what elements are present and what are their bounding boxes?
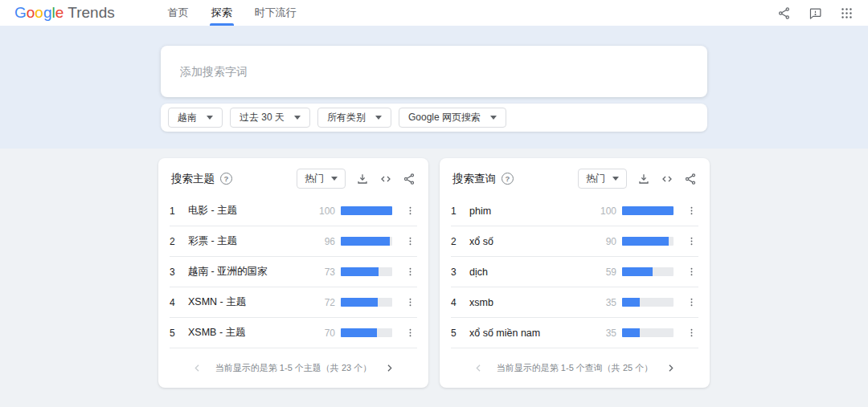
sort-dropdown-value: 热门 [305, 172, 324, 185]
list-item[interactable]: 2xổ số90 [451, 226, 698, 257]
apps-icon[interactable] [840, 6, 854, 20]
row-label: 电影 - 主题 [188, 204, 314, 218]
row-label: xổ số [469, 236, 596, 247]
card-header: 搜索查询 ? 热门 [451, 158, 698, 196]
share-icon[interactable] [684, 173, 697, 185]
filter-chip[interactable]: Google 网页搜索 [399, 108, 506, 128]
row-rank: 3 [170, 267, 179, 278]
pagination-status: 当前显示的是第 1-5 个主题（共 23 个） [215, 362, 371, 374]
value-bar [622, 206, 674, 215]
list-item[interactable]: 4XSMN - 主题72 [170, 287, 417, 318]
row-value: 90 [596, 236, 616, 247]
value-bar [622, 267, 674, 276]
row-value: 35 [596, 297, 616, 308]
value-bar [622, 328, 674, 337]
embed-icon[interactable] [379, 173, 392, 185]
share-icon[interactable] [777, 6, 791, 20]
logo-letter: o [35, 4, 43, 21]
filter-chip-label: 过去 30 天 [240, 111, 285, 124]
list-item[interactable]: 4xsmb35 [451, 287, 698, 318]
value-bar [341, 206, 392, 215]
download-icon[interactable] [356, 173, 369, 185]
chevron-down-icon [207, 116, 213, 120]
download-icon[interactable] [637, 173, 650, 185]
more-options-icon[interactable] [684, 236, 698, 246]
related-queries-card: 搜索查询 ? 热门 [440, 158, 710, 388]
logo-letter: G [14, 4, 27, 21]
list-item[interactable]: 1电影 - 主题100 [170, 196, 417, 226]
more-options-icon[interactable] [684, 267, 698, 277]
chevron-down-icon [331, 177, 338, 181]
row-label: XSMN - 主题 [188, 295, 314, 309]
share-icon[interactable] [403, 173, 416, 185]
list-item[interactable]: 5xổ số miền nam35 [451, 318, 698, 348]
filter-chip-label: 所有类别 [327, 111, 366, 124]
value-bar [341, 328, 392, 337]
value-bar [341, 298, 392, 307]
row-label: dịch [469, 267, 596, 278]
list-item[interactable]: 3dịch59 [451, 257, 698, 287]
more-options-icon[interactable] [684, 328, 698, 338]
filter-chip-label: Google 网页搜索 [408, 111, 481, 124]
google-trends-page: Google Trends 首页探索时下流行 [0, 0, 868, 407]
row-label: xsmb [469, 297, 596, 308]
more-options-icon[interactable] [403, 297, 417, 307]
row-label: phim [469, 206, 596, 217]
more-options-icon[interactable] [403, 206, 417, 216]
chevron-right-icon[interactable] [665, 362, 677, 374]
row-value: 100 [314, 206, 335, 217]
top-app-bar: Google Trends 首页探索时下流行 [0, 0, 868, 26]
main-navigation: 首页探索时下流行 [157, 0, 308, 26]
list-item[interactable]: 2彩票 - 主题96 [170, 226, 417, 257]
more-options-icon[interactable] [403, 267, 417, 277]
value-bar [622, 298, 674, 307]
list-item[interactable]: 5XSMB - 主题70 [170, 318, 417, 348]
row-label: xổ số miền nam [469, 328, 596, 339]
nav-item-active[interactable]: 探索 [200, 0, 244, 26]
list-item[interactable]: 3越南 - 亚洲的国家73 [170, 257, 417, 287]
help-icon[interactable]: ? [502, 173, 514, 185]
row-rank: 1 [170, 206, 179, 217]
value-bar-fill [622, 267, 653, 276]
row-rank: 2 [170, 236, 179, 247]
chevron-left-icon[interactable] [191, 362, 203, 374]
nav-item-link[interactable]: 首页 [157, 0, 200, 26]
trends-logo-text: Trends [68, 4, 114, 22]
more-options-icon[interactable] [403, 328, 417, 338]
value-bar-fill [341, 298, 378, 307]
help-icon[interactable]: ? [220, 173, 232, 185]
google-trends-logo[interactable]: Google Trends [14, 4, 115, 22]
row-rank: 5 [451, 328, 461, 339]
search-input[interactable] [161, 46, 707, 97]
pagination-status: 当前显示的是第 1-5 个查询（共 25 个） [497, 362, 653, 374]
value-bar-fill [622, 206, 674, 215]
row-value: 59 [596, 267, 616, 278]
nav-item-link[interactable]: 时下流行 [244, 0, 308, 26]
row-rank: 3 [451, 267, 461, 278]
row-rank: 2 [451, 236, 461, 247]
logo-letter: e [55, 4, 64, 21]
sort-dropdown[interactable]: 热门 [297, 169, 346, 189]
ranked-list: 1电影 - 主题1002彩票 - 主题963越南 - 亚洲的国家734XSMN … [170, 196, 417, 348]
card-tools: 热门 [578, 169, 697, 189]
row-value: 100 [596, 206, 616, 217]
more-options-icon[interactable] [403, 236, 417, 246]
row-label: 彩票 - 主题 [188, 234, 314, 248]
filter-chip[interactable]: 过去 30 天 [230, 108, 310, 128]
list-item[interactable]: 1phim100 [451, 196, 698, 226]
more-options-icon[interactable] [684, 297, 698, 307]
filter-chip[interactable]: 越南 [168, 108, 223, 128]
chevron-left-icon[interactable] [473, 362, 485, 374]
sort-dropdown[interactable]: 热门 [578, 169, 627, 189]
card-title: 搜索查询 [452, 172, 496, 186]
chevron-down-icon [294, 116, 301, 120]
value-bar-fill [341, 267, 379, 276]
filter-chip[interactable]: 所有类别 [317, 108, 391, 128]
more-options-icon[interactable] [684, 206, 698, 216]
results-area: 搜索主题 ? 热门 [0, 158, 868, 388]
filter-bar: 越南过去 30 天所有类别Google 网页搜索 [161, 104, 707, 132]
feedback-icon[interactable] [809, 6, 822, 20]
pagination: 当前显示的是第 1-5 个查询（共 25 个） [451, 348, 698, 388]
embed-icon[interactable] [661, 173, 674, 185]
chevron-right-icon[interactable] [383, 362, 395, 374]
